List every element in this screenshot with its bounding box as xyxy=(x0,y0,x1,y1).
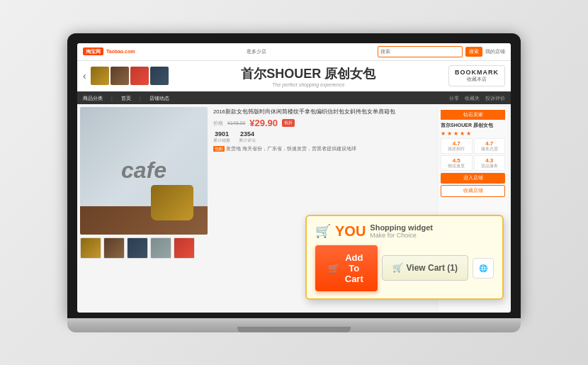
seller-rating: ★ ★ ★ ★ ★ xyxy=(441,130,505,137)
banner-title: 首尔SHOUER 原创女包 The perfect shopping exper… xyxy=(241,65,375,87)
reviews-num: 2354 xyxy=(239,130,256,137)
view-cart-icon: 🛒 xyxy=(392,263,403,273)
widget-tagline: Make for Choice xyxy=(370,232,433,240)
laptop-screen: 淘宝网 Taobao.com 逛多少店 搜索 我的店铺 xyxy=(77,43,511,313)
product-stats: 3901 累计销量 2354 累计评论 xyxy=(213,130,431,144)
sales-num: 3901 xyxy=(213,130,230,137)
main-product-image: cafe xyxy=(80,107,208,235)
discount-tag: 低折 xyxy=(282,119,295,127)
webpage: 淘宝网 Taobao.com 逛多少店 搜索 我的店铺 xyxy=(77,43,511,313)
nav-separator-1: | xyxy=(111,96,113,101)
stat-desc-num: 4.7 xyxy=(443,140,470,147)
seller-stat-logistics: 4.5 物流速度 xyxy=(441,155,473,171)
widget-text: Shopping widget Make for Choice xyxy=(370,223,433,240)
star-5: ★ xyxy=(466,130,471,137)
translate-icon: 🌐 xyxy=(479,264,487,272)
store-banner: ‹ 首尔SHOUER 原创女包 The perfect shopping exp… xyxy=(77,61,511,93)
shipping-tag: 包邮 xyxy=(213,146,225,152)
small-thumb-5[interactable] xyxy=(174,237,195,259)
nav-bar: 商品分类 | 首页 | 店铺动态 分享 收藏夹 投诉评价 xyxy=(77,93,511,104)
star-1: ★ xyxy=(441,130,446,137)
price-label: 价格 xyxy=(213,120,223,127)
shopping-widget: 🛒 YOU Shopping widget Make for Choice 🛒 … xyxy=(305,215,504,300)
view-cart-button[interactable]: 🛒 View Cart (1) xyxy=(382,255,468,281)
stat-logistics-num: 4.5 xyxy=(443,157,470,164)
nav-share-1[interactable]: 分享 xyxy=(449,95,459,102)
small-thumb-3[interactable] xyxy=(127,237,148,259)
thumbnail-row xyxy=(80,237,208,259)
star-4: ★ xyxy=(460,130,465,137)
stat-service-lbl: 服务态度 xyxy=(476,147,504,152)
nav-item-updates[interactable]: 店铺动态 xyxy=(149,95,169,102)
enter-store-button[interactable]: 进入店铺 xyxy=(441,173,505,184)
scene: 淘宝网 Taobao.com 逛多少店 搜索 我的店铺 xyxy=(0,0,588,365)
banner-prev-icon[interactable]: ‹ xyxy=(83,70,86,82)
nav-share-2[interactable]: 收藏夹 xyxy=(465,95,480,102)
stat-service-num: 4.7 xyxy=(476,140,504,147)
banner-thumbnails xyxy=(91,67,169,85)
bag-decoration xyxy=(151,185,193,220)
translate-button[interactable]: 🌐 xyxy=(473,258,494,279)
stat-goods-lbl: 货品服务 xyxy=(476,164,504,169)
shipping-text: 发货地 海关省份，广东省，快速发货，货置者提供建设地球 xyxy=(226,146,356,151)
taobao-logo: 淘宝网 Taobao.com xyxy=(83,47,135,55)
banner-thumb-1[interactable] xyxy=(91,67,109,85)
price-section: 价格 ¥149.00 ¥29.90 低折 xyxy=(213,118,431,128)
seller-badge: 钻石卖家 xyxy=(441,110,505,120)
widget-cart-icon: 🛒 xyxy=(315,223,331,239)
new-price: ¥29.90 xyxy=(249,118,278,128)
stat-desc-lbl: 描述相符 xyxy=(443,147,470,152)
add-to-cart-icon: 🛒 xyxy=(328,263,339,274)
seller-stat-desc: 4.7 描述相符 xyxy=(441,138,473,154)
bookmark-cn: 收藏本店 xyxy=(455,76,499,83)
banner-subtitle: The perfect shopping experience xyxy=(241,82,375,87)
banner-left: ‹ xyxy=(83,67,169,85)
laptop-base xyxy=(67,318,521,332)
small-thumb-4[interactable] xyxy=(150,237,171,259)
small-thumb-1[interactable] xyxy=(80,237,101,259)
add-to-cart-button[interactable]: 🛒 Add To Cart xyxy=(315,245,378,291)
seller-stats: 4.7 描述相符 4.7 服务态度 4.5 物流 xyxy=(441,138,505,171)
stat-goods-num: 4.3 xyxy=(476,157,504,164)
banner-thumb-2[interactable] xyxy=(111,67,129,85)
star-2: ★ xyxy=(447,130,452,137)
add-to-cart-label: Add To Cart xyxy=(344,252,365,284)
stat-reviews: 2354 累计评论 xyxy=(239,130,256,144)
widget-subtitle-main: Shopping widget xyxy=(370,223,433,232)
my-store-link[interactable]: 我的店铺 xyxy=(485,48,505,55)
product-title: 2016新款女包韩版时尚休闲简楼纹手拿包编织信封包女斜挎包女单肩箱包 xyxy=(213,108,431,116)
small-thumb-2[interactable] xyxy=(103,237,125,259)
laptop: 淘宝网 Taobao.com 逛多少店 搜索 我的店铺 xyxy=(67,33,521,332)
banner-thumb-4[interactable] xyxy=(150,67,169,85)
banner-thumb-3[interactable] xyxy=(130,67,149,85)
view-cart-label: View Cart (1) xyxy=(407,263,458,273)
laptop-bezel: 淘宝网 Taobao.com 逛多少店 搜索 我的店铺 xyxy=(67,33,521,318)
star-3: ★ xyxy=(453,130,458,137)
nav-share-3[interactable]: 投诉评价 xyxy=(485,95,505,102)
nav-store-link[interactable]: 逛多少店 xyxy=(247,48,266,55)
seller-stat-service: 4.7 服务态度 xyxy=(474,138,506,154)
banner-title-cn: 首尔SHOUER 原创女包 xyxy=(241,65,375,82)
shipping-info: 包邮 发货地 海关省份，广东省，快速发货，货置者提供建设地球 xyxy=(213,146,431,152)
nav-item-category[interactable]: 商品分类 xyxy=(83,95,103,102)
logo-en: Taobao.com xyxy=(106,49,135,54)
bookmark-box[interactable]: BOOKMARK 收藏本店 xyxy=(448,65,505,86)
widget-brand: YOU xyxy=(335,223,366,240)
stat-sales: 3901 累计销量 xyxy=(213,130,230,144)
page-header: 淘宝网 Taobao.com 逛多少店 搜索 我的店铺 xyxy=(77,43,511,61)
nav-separator-2: | xyxy=(140,96,141,101)
cafe-text: cafe xyxy=(121,157,166,184)
old-price: ¥149.00 xyxy=(227,120,245,125)
reviews-label: 累计评论 xyxy=(239,137,256,144)
nav-item-home[interactable]: 首页 xyxy=(121,95,131,102)
sales-label: 累计销量 xyxy=(213,137,230,144)
product-images: cafe xyxy=(80,107,208,313)
stat-logistics-lbl: 物流速度 xyxy=(443,164,470,169)
seller-name: 首尔SHOUER 原创女包 xyxy=(441,122,505,129)
seller-stat-goods: 4.3 货品服务 xyxy=(474,155,506,171)
nav-share: 分享 收藏夹 投诉评价 xyxy=(449,95,505,102)
save-store-button[interactable]: 收藏店铺 xyxy=(441,185,505,197)
search-input[interactable] xyxy=(378,46,463,57)
search-button[interactable]: 搜索 xyxy=(465,47,482,57)
widget-header: 🛒 YOU Shopping widget Make for Choice xyxy=(315,223,494,240)
